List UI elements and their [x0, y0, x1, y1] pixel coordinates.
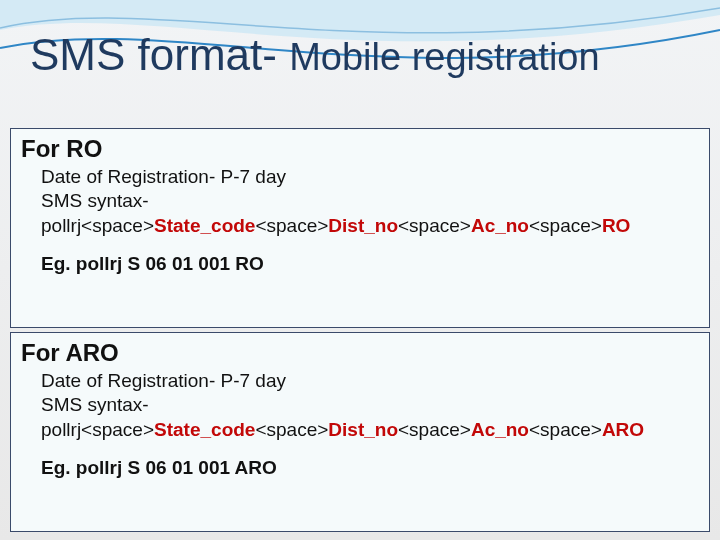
aro-heading: For ARO — [21, 339, 699, 367]
ro-heading: For RO — [21, 135, 699, 163]
title-part1: SMS format- — [30, 30, 289, 79]
ro-syntax: pollrj<space>State_code<space>Dist_no<sp… — [41, 214, 699, 238]
ro-date-line: Date of Registration- P-7 day — [41, 165, 699, 189]
syntax-p7: ARO — [602, 419, 644, 440]
syntax-p0: pollrj<space> — [41, 215, 154, 236]
syntax-p3: Dist_no — [328, 419, 398, 440]
syntax-p5: Ac_no — [471, 419, 529, 440]
ro-example: Eg. pollrj S 06 01 001 RO — [41, 252, 699, 276]
aro-box: For ARO Date of Registration- P-7 day SM… — [10, 332, 710, 532]
ro-box: For RO Date of Registration- P-7 day SMS… — [10, 128, 710, 328]
syntax-p6: <space> — [529, 419, 602, 440]
aro-syntax: pollrj<space>State_code<space>Dist_no<sp… — [41, 418, 699, 442]
syntax-p7: RO — [602, 215, 631, 236]
syntax-p3: Dist_no — [328, 215, 398, 236]
aro-body: Date of Registration- P-7 day SMS syntax… — [41, 369, 699, 480]
aro-syntax-label: SMS syntax- — [41, 393, 699, 417]
aro-example: Eg. pollrj S 06 01 001 ARO — [41, 456, 699, 480]
syntax-p0: pollrj<space> — [41, 419, 154, 440]
syntax-p5: Ac_no — [471, 215, 529, 236]
ro-body: Date of Registration- P-7 day SMS syntax… — [41, 165, 699, 276]
syntax-p1: State_code — [154, 419, 255, 440]
title-part2: Mobile registration — [289, 36, 599, 78]
aro-date-line: Date of Registration- P-7 day — [41, 369, 699, 393]
ro-syntax-label: SMS syntax- — [41, 189, 699, 213]
syntax-p6: <space> — [529, 215, 602, 236]
syntax-p4: <space> — [398, 419, 471, 440]
syntax-p4: <space> — [398, 215, 471, 236]
syntax-p1: State_code — [154, 215, 255, 236]
slide-title: SMS format- Mobile registration — [30, 30, 690, 80]
syntax-p2: <space> — [255, 419, 328, 440]
syntax-p2: <space> — [255, 215, 328, 236]
